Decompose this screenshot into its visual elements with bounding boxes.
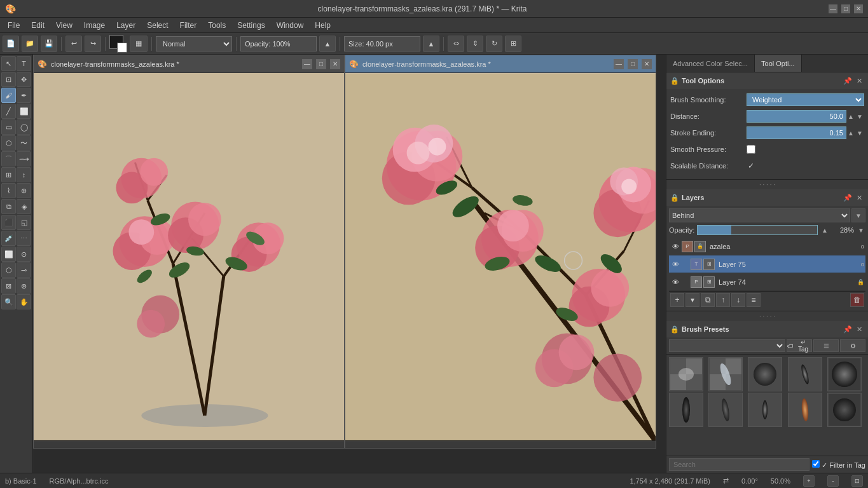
brush-item-6[interactable]: [669, 393, 703, 427]
menu-item-select[interactable]: Select: [142, 20, 173, 31]
brush-item-5[interactable]: [827, 357, 862, 391]
save-button[interactable]: 💾: [41, 36, 57, 52]
transform-tool[interactable]: ⊞: [1, 167, 16, 182]
close-button[interactable]: ✕: [854, 4, 863, 13]
add-layer-dropdown-btn[interactable]: ▾: [685, 293, 699, 307]
layer-filter-btn[interactable]: ▼: [851, 208, 865, 222]
menu-item-file[interactable]: File: [3, 20, 25, 31]
menu-item-view[interactable]: View: [51, 20, 78, 31]
menu-item-tools[interactable]: Tools: [203, 20, 231, 31]
brush-presets-close-btn[interactable]: ✕: [854, 324, 864, 334]
smart-select-tool[interactable]: ⋯: [17, 231, 31, 246]
layer-properties-btn[interactable]: ≡: [747, 293, 761, 307]
paint-tool[interactable]: 🖌: [1, 88, 16, 103]
smart-patch-tool[interactable]: ⧉: [1, 199, 16, 214]
smooth-pressure-checkbox[interactable]: [747, 145, 755, 154]
brush-item-10[interactable]: [827, 393, 862, 427]
opacity-up-btn[interactable]: ▲: [319, 36, 336, 52]
brush-smoothing-select[interactable]: Weighted: [747, 93, 864, 106]
distance-up-btn[interactable]: ▲: [846, 112, 855, 121]
size-up-btn[interactable]: ▲: [423, 36, 439, 52]
doc-canvas-1[interactable]: [34, 73, 344, 448]
brush-item-1[interactable]: [669, 357, 703, 391]
rectangle-tool[interactable]: ▭: [1, 119, 16, 135]
bezier-tool[interactable]: ⌒: [1, 151, 16, 166]
blend-mode-select[interactable]: Normal: [156, 36, 232, 51]
crop-tool[interactable]: ⊡: [1, 72, 16, 87]
move-layer-up-btn[interactable]: ↑: [716, 293, 730, 307]
pan-tool[interactable]: ✋: [17, 294, 31, 309]
brush-item-9[interactable]: [788, 393, 822, 427]
new-document-button[interactable]: 📄: [3, 36, 19, 52]
copy-layer-btn[interactable]: ⧉: [701, 293, 715, 307]
layer-item-azalea[interactable]: 👁 P 🔒 azalea α: [669, 238, 865, 255]
add-layer-btn[interactable]: +: [670, 293, 684, 307]
select-tool[interactable]: ↖: [1, 56, 16, 71]
brush-list-btn[interactable]: ☰: [813, 339, 839, 352]
layers-pin-btn[interactable]: 📌: [843, 193, 853, 203]
brush-presets-pin-btn[interactable]: 📌: [843, 324, 853, 334]
doc-close-btn-1[interactable]: ✕: [330, 59, 340, 69]
opacity-down-btn[interactable]: ▼: [857, 226, 865, 234]
distance-input[interactable]: [747, 110, 846, 123]
layer-mode-select[interactable]: Behind: [669, 208, 850, 222]
fit-canvas-btn[interactable]: ⊡: [851, 475, 863, 487]
stroke-ending-input[interactable]: [747, 126, 846, 139]
doc-scrollbar-h-2[interactable]: [345, 440, 656, 448]
brush-item-4[interactable]: [788, 357, 822, 391]
dynamic-brush-tool[interactable]: ⟿: [17, 151, 31, 166]
gradient-tool[interactable]: ◱: [17, 215, 31, 230]
brush-presets-header[interactable]: 🔒 Brush Presets 📌 ✕: [666, 321, 868, 337]
minimize-button[interactable]: —: [829, 4, 837, 13]
calligraphy-tool[interactable]: ✒: [17, 88, 31, 103]
tab-tool-options[interactable]: Tool Opti...: [755, 55, 802, 72]
tool-options-pin-btn[interactable]: 📌: [843, 76, 853, 86]
menu-item-window[interactable]: Window: [272, 20, 309, 31]
brush-item-2[interactable]: [708, 357, 743, 391]
mirror-v-button[interactable]: ⇕: [467, 36, 483, 52]
delete-layer-btn[interactable]: 🗑: [850, 293, 864, 307]
doc-scrollbar-h-1[interactable]: [34, 440, 344, 448]
menu-item-edit[interactable]: Edit: [26, 20, 50, 31]
menu-item-filter[interactable]: Filter: [175, 20, 202, 31]
tool-options-header[interactable]: 🔒 Tool Options 📌 ✕: [666, 72, 868, 89]
brush-item-3[interactable]: [748, 357, 782, 391]
layers-close-btn[interactable]: ✕: [854, 193, 864, 203]
brush-item-7[interactable]: [708, 393, 743, 427]
opacity-up-btn[interactable]: ▲: [820, 226, 829, 234]
zoom-tool[interactable]: 🔍: [1, 294, 16, 309]
maximize-button[interactable]: □: [841, 4, 850, 13]
opacity-slider[interactable]: [697, 225, 818, 235]
text-tool[interactable]: T: [17, 56, 31, 71]
distance-down-btn[interactable]: ▼: [855, 112, 864, 121]
brush-settings-btn[interactable]: ⚙: [840, 339, 865, 352]
colorize-tool[interactable]: ◈: [17, 199, 31, 214]
doc-maximize-btn-2[interactable]: □: [628, 59, 638, 69]
eyedropper-tool[interactable]: 💉: [1, 231, 16, 246]
layer-eye-azalea[interactable]: 👁: [670, 241, 680, 252]
menu-item-help[interactable]: Help: [310, 20, 336, 31]
doc-minimize-btn-2[interactable]: —: [614, 59, 624, 69]
menu-item-image[interactable]: Image: [79, 20, 110, 31]
open-button[interactable]: 📁: [22, 36, 38, 52]
brush-item-8[interactable]: [748, 393, 782, 427]
stroke-ending-down-btn[interactable]: ▼: [855, 128, 864, 137]
wrap-button[interactable]: ⊞: [505, 36, 521, 52]
ellipse-select-tool[interactable]: ⊙: [17, 247, 31, 262]
undo-button[interactable]: ↩: [65, 36, 82, 52]
freehand-select-tool[interactable]: ⊸: [17, 262, 31, 278]
contiguous-select-tool[interactable]: ⊠: [1, 278, 16, 294]
eraser-tool[interactable]: ⬜: [17, 104, 31, 119]
menu-item-settings[interactable]: Settings: [232, 20, 270, 31]
ellipse-tool[interactable]: ◯: [17, 119, 31, 135]
menu-item-layer[interactable]: Layer: [111, 20, 141, 31]
line-tool[interactable]: ╱: [1, 104, 16, 119]
pattern-button[interactable]: ▦: [130, 36, 148, 52]
zoom-out-btn[interactable]: -: [827, 475, 839, 487]
rotation-button[interactable]: ↻: [486, 36, 502, 52]
filter-in-tag-checkbox[interactable]: [812, 460, 820, 468]
move-layer-tool[interactable]: ↕: [17, 167, 31, 182]
doc-minimize-btn-1[interactable]: —: [302, 59, 312, 69]
fill-tool[interactable]: ⬛: [1, 215, 16, 230]
brush-search-input[interactable]: [669, 458, 809, 471]
